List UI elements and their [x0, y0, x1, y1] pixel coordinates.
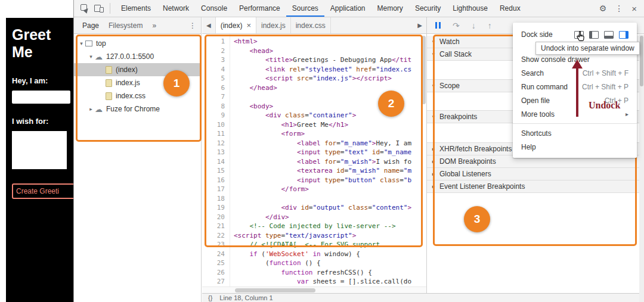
code-line: <textarea id="m_wish" name="m [234, 166, 426, 176]
navigator-tabs: PageFilesystem [82, 21, 143, 30]
tree-item-fuze-for-chrome[interactable]: ▸☁Fuze for Chrome [74, 102, 201, 116]
chevron-down-icon[interactable]: ▾ [78, 41, 85, 46]
scrollbar-thumb[interactable] [235, 288, 315, 292]
code-content[interactable]: <html> <head> <title>Greetings - Debuggi… [234, 37, 426, 293]
code-line: <label for="m_wish">I wish fo [234, 157, 426, 167]
device-toolbar-icon[interactable] [94, 4, 104, 13]
window-scrollbar[interactable] [639, 35, 644, 302]
tree-item-top[interactable]: ▾top [74, 37, 201, 50]
scrollbar-thumb[interactable] [422, 36, 426, 104]
code-line: if ('WebSocket' in window) { [234, 250, 426, 259]
gutter-divider [230, 34, 230, 287]
code-line: </form> [234, 185, 426, 194]
name-input[interactable] [12, 91, 70, 104]
code-line: <link rel="stylesheet" href="index.cs [234, 65, 426, 74]
cloud-icon: ☁ [95, 105, 103, 113]
menu-item-run-command[interactable]: Run commandCtrl + Shift + P [513, 80, 637, 94]
open-file-pane-icon[interactable]: ▶ [413, 17, 426, 33]
chevron-right-icon: ▸ [431, 158, 436, 164]
line-number: 20 [202, 213, 230, 222]
chevron-right-icon[interactable]: ▸ [87, 106, 95, 112]
line-number: 9 [202, 111, 230, 120]
step-into-icon[interactable]: ↓ [472, 21, 476, 30]
line-number: 23 [202, 240, 230, 250]
section-label: XHR/fetch Breakpoints [439, 145, 512, 153]
editor-horizontal-scrollbar[interactable] [202, 287, 426, 293]
code-line: <script type="text/javascript"> [234, 231, 426, 241]
line-number: 6 [202, 83, 230, 93]
toggle-navigator-icon[interactable]: ◀ [202, 17, 216, 33]
close-icon[interactable]: × [631, 4, 637, 14]
format-code-icon[interactable]: {} [208, 295, 212, 302]
overflow-tabs-icon[interactable]: » [152, 21, 156, 30]
tab-redux[interactable]: Redux [494, 0, 527, 17]
undock-annotation-label: Undock [589, 100, 620, 111]
menu-shortcut-label: Ctrl + Shift + F [583, 69, 628, 77]
line-number: 27 [202, 277, 230, 287]
code-line: <form> [234, 129, 426, 139]
menu-shortcut-label: Ctrl + Shift + P [582, 83, 628, 91]
tab-network[interactable]: Network [157, 0, 195, 17]
tab-elements[interactable]: Elements [115, 0, 157, 17]
editor-vertical-scrollbar[interactable] [422, 36, 426, 285]
step-out-icon[interactable]: ↑ [488, 21, 492, 30]
navigator-kebab-icon[interactable]: ⋮ [189, 21, 201, 30]
tree-item-label: 127.0.0.1:5500 [106, 52, 154, 61]
chevron-right-icon: ▸ [431, 146, 436, 152]
dock-bottom-icon[interactable] [604, 31, 614, 39]
dock-side-row: Dock side [513, 26, 637, 43]
line-number: 19 [202, 203, 230, 213]
tab-lighthouse[interactable]: Lighthouse [447, 0, 494, 17]
cursor-position-label: Line 18, Column 1 [219, 295, 273, 302]
undock-arrow-head [572, 60, 583, 69]
chevron-down-icon: ▾ [431, 83, 436, 89]
name-label: Hey, I am: [12, 76, 49, 86]
line-number: 10 [202, 120, 230, 130]
menu-item-help[interactable]: Help [513, 140, 637, 154]
code-line: <script src="index.js"></script> [234, 74, 426, 83]
section-event-listener-breakpoints[interactable]: ▸Event Listener Breakpoints [427, 180, 644, 193]
navigator-tab-filesystem[interactable]: Filesystem [109, 21, 143, 30]
tab-security[interactable]: Security [409, 0, 447, 17]
section-global-listeners[interactable]: ▸Global Listeners [427, 168, 644, 180]
editor-tab-index[interactable]: (index)× [216, 17, 256, 33]
tree-item-label: (index) [116, 66, 138, 74]
tree-item-label: top [96, 39, 106, 48]
editor-tab-index-css[interactable]: index.css [291, 17, 331, 33]
tab-console[interactable]: Console [195, 0, 233, 17]
dock-right-icon[interactable] [619, 31, 628, 39]
page-title: Greet Me [12, 26, 58, 61]
scrollbar-thumb[interactable] [640, 36, 643, 86]
tab-performance[interactable]: Performance [233, 0, 286, 17]
webpage-body: Greet Me Hey, I am: I wish for: Create G… [6, 18, 73, 302]
chevron-down-icon[interactable]: ▾ [87, 54, 95, 60]
code-line: (function () { [234, 259, 426, 268]
wish-textarea[interactable] [12, 131, 67, 169]
line-number: 21 [202, 222, 230, 231]
code-line [234, 194, 426, 204]
editor-tab-index-js[interactable]: index.js [256, 17, 291, 33]
tab-memory[interactable]: Memory [371, 0, 409, 17]
inspect-element-icon[interactable] [80, 4, 89, 13]
menu-item-label: Search [521, 69, 544, 77]
kebab-menu-icon[interactable]: ⋮ [615, 4, 623, 13]
line-number: 17 [202, 185, 230, 194]
dock-left-icon[interactable] [589, 31, 599, 39]
line-number: 7 [202, 92, 230, 102]
wish-label: I wish for: [12, 117, 49, 126]
tab-sources[interactable]: Sources [286, 0, 324, 17]
menu-item-label: Help [521, 143, 536, 151]
section-label: Scope [439, 82, 460, 90]
gear-icon[interactable]: ⚙ [599, 4, 607, 13]
step-over-icon[interactable]: ↷ [453, 21, 460, 30]
close-tab-icon[interactable]: × [246, 21, 251, 30]
create-greeting-button[interactable]: Create Greeti [12, 183, 73, 199]
menu-item-shortcuts[interactable]: Shortcuts [513, 126, 637, 140]
code-line: <input type="text" id="m_name [234, 148, 426, 157]
tab-application[interactable]: Application [324, 0, 371, 17]
code-editor[interactable]: 1234567891011121314151617181920212223242… [202, 34, 426, 293]
navigator-tab-page[interactable]: Page [82, 21, 99, 30]
pause-icon[interactable] [435, 22, 441, 29]
tree-item-127-0-0-1-5500[interactable]: ▾☁127.0.0.1:5500 [74, 50, 201, 63]
menu-item-label: Shortcuts [521, 129, 552, 138]
